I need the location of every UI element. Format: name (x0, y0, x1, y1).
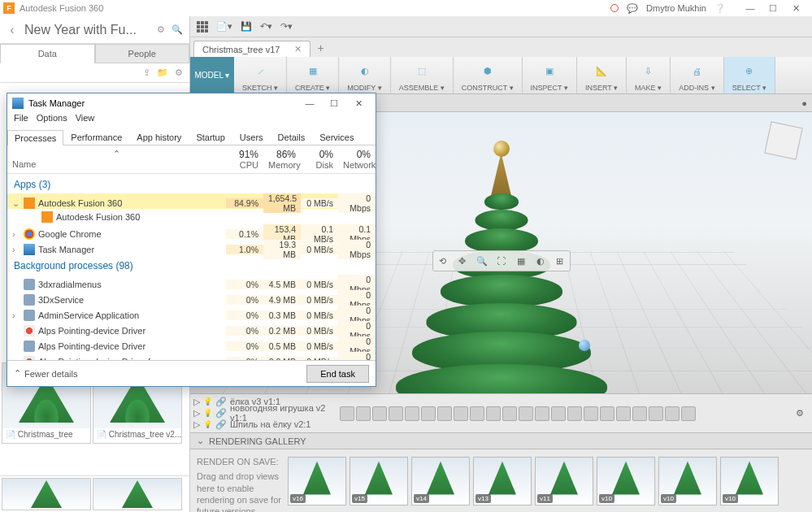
upload-icon[interactable]: ⇪ (143, 67, 150, 78)
timeline-feature[interactable] (470, 406, 484, 421)
render-thumbnail[interactable]: v16 (288, 457, 346, 505)
col-mem[interactable]: Memory (268, 160, 301, 170)
render-thumbnail[interactable]: v15 (350, 457, 408, 505)
timeline-features[interactable] (337, 394, 788, 432)
bottom-thumb[interactable] (93, 478, 182, 510)
col-name[interactable]: Name (12, 159, 36, 169)
file-tab[interactable]: Christmas_tree v17 ✕ (193, 41, 310, 57)
process-row[interactable]: ⌄Autodesk Fusion 36084.9%1,654.5 MB0 MB/… (7, 193, 376, 209)
timeline-feature[interactable] (535, 406, 549, 421)
timeline-feature[interactable] (665, 406, 680, 421)
timeline-feature[interactable] (421, 406, 436, 421)
timeline-row[interactable]: ▷💡🔗новогодняя игрушка v2 v1:1 (193, 407, 333, 419)
process-row[interactable]: 3dxradialmenus0%4.5 MB0 MB/s0 Mbps (7, 275, 376, 290)
timeline-feature[interactable] (454, 406, 468, 421)
ribbon-group[interactable]: ⬚ASSEMBLE ▾ (391, 57, 454, 93)
ribbon-group[interactable]: 📐INSERT ▾ (577, 57, 627, 93)
timeline-feature[interactable] (502, 406, 517, 421)
pan-icon[interactable]: ✥ (454, 253, 471, 269)
tm-close-button[interactable]: ✕ (346, 95, 371, 111)
help-icon[interactable]: ❔ (714, 3, 726, 14)
timeline-feature[interactable] (389, 406, 403, 421)
col-disk[interactable]: Disk (316, 160, 333, 170)
display-icon[interactable]: ▦ (513, 253, 529, 269)
timeline-feature[interactable] (632, 406, 647, 421)
back-icon[interactable]: ‹ (0, 23, 24, 37)
file-icon[interactable]: 📄▾ (216, 21, 232, 32)
ribbon-group[interactable]: ⊕SELECT ▾ (724, 57, 775, 93)
menu-item[interactable]: View (76, 113, 95, 129)
process-row[interactable]: Alps Pointing-device Driver0%0.2 MB0 MB/… (7, 321, 376, 336)
workspace-switcher[interactable]: MODEL ▾ (190, 57, 234, 93)
user-name[interactable]: Dmytro Mukhin (646, 3, 706, 13)
ribbon-group[interactable]: ⟋SKETCH ▾ (234, 57, 287, 93)
col-cpu[interactable]: CPU (240, 160, 258, 170)
tm-tab[interactable]: Processes (7, 130, 63, 145)
timeline-feature[interactable] (356, 406, 371, 421)
tab-people[interactable]: People (95, 44, 190, 63)
timeline-feature[interactable] (616, 406, 631, 421)
expand-icon[interactable]: › (12, 310, 20, 320)
bg-section-header[interactable]: Background processes (98) (7, 255, 376, 275)
timeline-feature[interactable] (486, 406, 501, 421)
folder-icon[interactable]: 📁 (157, 67, 168, 78)
render-thumbnail[interactable]: v13 (473, 457, 532, 505)
orbit-icon[interactable]: ⟲ (435, 253, 451, 269)
process-row[interactable]: 3DxService0%4.9 MB0 MB/s0 Mbps (7, 290, 376, 306)
render-thumbnail[interactable]: v10 (597, 457, 655, 505)
expand-icon[interactable]: › (12, 245, 20, 254)
end-task-button[interactable]: End task (306, 365, 369, 383)
ribbon-group[interactable]: 🖨ADD-INS ▾ (671, 57, 724, 93)
tm-tab[interactable]: Performance (63, 129, 129, 145)
menu-item[interactable]: File (14, 113, 28, 129)
ribbon-group[interactable]: ◐MODIFY ▾ (339, 57, 390, 93)
timeline-feature[interactable] (681, 406, 696, 421)
timeline-feature[interactable] (649, 406, 663, 421)
browser-toggle-icon[interactable]: ● (801, 98, 807, 108)
menu-item[interactable]: Options (37, 113, 67, 129)
record-icon[interactable] (610, 4, 619, 12)
process-row[interactable]: ›AdminService Application0%0.3 MB0 MB/s0… (7, 306, 376, 321)
tm-tab[interactable]: Startup (189, 129, 232, 145)
save-icon[interactable]: 💾 (241, 21, 252, 32)
timeline-feature[interactable] (519, 406, 533, 421)
bottom-thumb[interactable] (2, 478, 91, 510)
col-net[interactable]: Network (343, 160, 376, 170)
timeline-feature[interactable] (405, 406, 419, 421)
tm-tab[interactable]: Details (271, 129, 313, 145)
tab-data[interactable]: Data (0, 44, 95, 63)
redo-icon[interactable]: ↷▾ (280, 21, 293, 32)
fewer-details-button[interactable]: ⌃ Fewer details (14, 368, 77, 379)
apps-section-header[interactable]: Apps (3) (7, 174, 376, 193)
gear-icon[interactable]: ⚙ (175, 67, 183, 78)
grid-icon[interactable]: ⊞ (552, 253, 568, 269)
process-row[interactable]: ›Google Chrome0.1%153.4 MB0.1 MB/s0.1 Mb… (7, 224, 376, 240)
apps-grid-icon[interactable] (197, 21, 208, 33)
undo-icon[interactable]: ↶▾ (260, 21, 272, 32)
chevron-down-icon[interactable]: ⌄ (197, 436, 204, 446)
tm-minimize-button[interactable]: — (297, 95, 322, 111)
timeline-feature[interactable] (584, 406, 598, 421)
render-thumbnail[interactable]: v10 (658, 457, 717, 505)
tm-tab[interactable]: App history (129, 129, 189, 145)
visual-style-icon[interactable]: ◐ (532, 253, 549, 269)
process-row[interactable]: Alps Pointing-device Driver0%0.5 MB0 MB/… (7, 336, 376, 352)
minimize-button[interactable]: — (742, 3, 758, 13)
timeline-feature[interactable] (437, 406, 452, 421)
new-tab-button[interactable]: + (310, 39, 330, 57)
tm-tab[interactable]: Services (312, 129, 361, 145)
fit-icon[interactable]: ⛶ (493, 253, 510, 269)
timeline-feature[interactable] (567, 406, 582, 421)
render-thumbnail[interactable]: v14 (411, 457, 470, 505)
timeline-feature[interactable] (340, 406, 354, 421)
timeline-feature[interactable] (600, 406, 614, 421)
render-gallery-bar[interactable]: ⌄ RENDERING GALLERY (190, 432, 812, 449)
viewcube[interactable] (764, 121, 802, 159)
close-tab-icon[interactable]: ✕ (294, 44, 302, 54)
zoom-icon[interactable]: 🔍 (474, 253, 490, 269)
render-thumbnail[interactable]: v10 (720, 457, 779, 505)
tm-maximize-button[interactable]: ☐ (322, 95, 346, 111)
tm-tab[interactable]: Users (232, 129, 271, 145)
process-row[interactable]: Alps Pointing-device Driver for ...0%0.2… (7, 352, 376, 360)
close-button[interactable]: ✕ (788, 3, 804, 14)
